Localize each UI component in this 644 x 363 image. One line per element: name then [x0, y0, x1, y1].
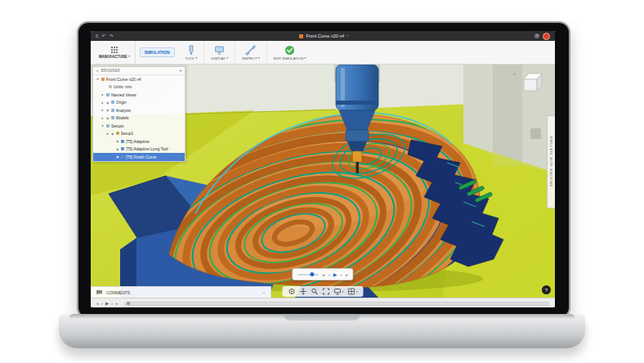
- workspace-label: MANUFACTURE: [99, 55, 127, 59]
- caret-expanded-icon[interactable]: ▾: [105, 132, 110, 136]
- tree-item-document[interactable]: ▾ Front Curve v20 v4: [93, 75, 185, 83]
- tree-item-origin[interactable]: ▸ ◉ Origin: [93, 99, 185, 107]
- user-avatar[interactable]: [543, 33, 550, 40]
- document-icon: [299, 34, 303, 38]
- browser-header[interactable]: « BROWSER ▾: [93, 67, 185, 75]
- redo-icon[interactable]: ↷: [110, 34, 114, 38]
- caret-collapsed-icon[interactable]: ▸: [101, 101, 105, 105]
- toolpath-icon: [121, 147, 124, 150]
- tree-item-named-views[interactable]: ▸ Named Views: [93, 91, 185, 99]
- navigation-bar: ▾ ▾: [282, 286, 363, 297]
- laptop-base: [59, 314, 585, 348]
- simulate-with-machine-tab[interactable]: SIMULATE WITH MACHINE: [547, 115, 555, 208]
- caret-expanded-icon[interactable]: ▾: [96, 77, 100, 81]
- caret-down-icon: ▾: [356, 290, 358, 294]
- toolbar-group-inspect[interactable]: INSPECT ▾: [235, 41, 267, 64]
- tree-item-analysis[interactable]: ▸ ◉ Analysis: [93, 106, 185, 114]
- display-settings-icon[interactable]: ▾: [333, 288, 343, 295]
- tree-item-operation-selected[interactable]: ◉ [T5] Finish Curve: [93, 153, 185, 161]
- caret-collapsed-icon[interactable]: ▸: [101, 116, 105, 120]
- skip-to-end-button[interactable]: »: [345, 272, 347, 277]
- timeline-skip-end-icon[interactable]: »: [115, 302, 118, 307]
- tree-label: [T5] Adaptive Long Tool: [126, 146, 168, 151]
- document-icon: [101, 78, 105, 81]
- orbit-icon[interactable]: [288, 288, 295, 295]
- folder-icon: [106, 124, 110, 128]
- tree-item-units[interactable]: Units: mm: [93, 83, 185, 92]
- visibility-eye-icon[interactable]: ◉: [106, 108, 110, 112]
- group-label: INSPECT: [242, 56, 257, 60]
- timeline-step-forward-icon[interactable]: ›: [111, 302, 113, 307]
- visibility-eye-icon[interactable]: ◉: [116, 147, 119, 151]
- home-view-icon[interactable]: ⌂: [512, 71, 516, 76]
- folder-icon: [106, 93, 110, 96]
- group-label: TOOL: [186, 56, 195, 60]
- tree-item-operation[interactable]: ◉ [T5] Adaptive Long Tool: [93, 146, 185, 154]
- step-forward-button[interactable]: ›: [340, 272, 342, 277]
- tree-label: Analysis: [116, 108, 132, 113]
- caret-collapsed-icon[interactable]: ▸: [101, 92, 105, 96]
- toolbar-group-tool[interactable]: TOOL ▾: [179, 41, 205, 64]
- timeline-step-back-icon[interactable]: ‹: [101, 302, 103, 307]
- ribbon-toolbar: MANUFACTURE ▾ SIMULATION TOOL ▾: [91, 41, 555, 65]
- fit-view-icon[interactable]: [322, 288, 329, 295]
- visibility-eye-icon[interactable]: ◉: [116, 139, 119, 143]
- sim-speed-slider[interactable]: [297, 274, 319, 276]
- document-title: Front Curve v20 v4: [306, 34, 344, 38]
- tree-label: Setups: [111, 123, 124, 128]
- timeline-track[interactable]: [124, 302, 549, 306]
- caret-down-icon: ▾: [347, 34, 348, 38]
- view-cube[interactable]: ⌂: [512, 69, 545, 94]
- timeline-play-icon[interactable]: ▶: [105, 302, 109, 307]
- help-glyph: ?: [545, 288, 548, 293]
- comments-bar[interactable]: COMMENTS ⌄: [91, 286, 271, 298]
- group-label: EXIT SIMULATION: [274, 56, 304, 60]
- tree-label: Named Views: [111, 92, 136, 97]
- timeline-marker[interactable]: [127, 302, 130, 305]
- play-button[interactable]: ▶: [333, 272, 338, 277]
- tree-label: [T5] Adaptive: [126, 139, 150, 144]
- tree-item-setup1[interactable]: ▾ ◉ Setup1: [93, 130, 185, 138]
- tree-label: Origin: [116, 100, 127, 105]
- workspace-grid-icon: [111, 47, 118, 53]
- right-tab-label: SIMULATE WITH MACHINE: [549, 136, 553, 187]
- zoom-icon[interactable]: [311, 288, 318, 295]
- setup-icon: [116, 132, 119, 135]
- caret-collapsed-icon[interactable]: ▸: [101, 108, 105, 112]
- caret-down-icon: ▾: [180, 69, 181, 73]
- expand-comments-icon[interactable]: ⌄: [262, 290, 266, 294]
- step-back-button[interactable]: ‹: [329, 272, 330, 277]
- help-button[interactable]: ?: [542, 285, 551, 294]
- comment-bubble-icon: [96, 289, 103, 296]
- skip-to-start-button[interactable]: «: [322, 272, 324, 277]
- laptop: ≡ ↶ ↷ Front Curve v20 v4 ▾ ?: [0, 0, 644, 363]
- grid-settings-icon[interactable]: ▾: [348, 288, 358, 295]
- tree-label: Models: [116, 115, 129, 120]
- caret-expanded-icon[interactable]: ▾: [101, 123, 105, 128]
- help-icon[interactable]: ?: [534, 34, 539, 38]
- undo-icon[interactable]: ↶: [102, 34, 106, 38]
- visibility-eye-icon[interactable]: ◉: [106, 116, 110, 120]
- monitor-icon: [214, 45, 225, 56]
- document-tab[interactable]: Front Curve v20 v4 ▾: [117, 34, 531, 38]
- workspace-switcher[interactable]: MANUFACTURE ▾: [94, 41, 136, 64]
- caret-down-icon: ▾: [304, 56, 306, 60]
- tree-item-setups[interactable]: ▾ Setups: [93, 122, 185, 130]
- tree-item-models[interactable]: ▸ ◉ Models: [93, 114, 185, 123]
- browser-header-label: BROWSER: [101, 69, 120, 73]
- visibility-eye-icon[interactable]: ◉: [106, 101, 110, 105]
- pan-icon[interactable]: [299, 288, 306, 295]
- tree-item-operation[interactable]: ◉ [T5] Adaptive: [93, 137, 185, 146]
- viewport: « BROWSER ▾ ▾ Front Curve v20 v4 Units: …: [91, 65, 555, 298]
- toolbar-group-display[interactable]: DISPLAY ▾: [204, 41, 235, 64]
- tree-label: Setup1: [121, 131, 134, 136]
- caret-down-icon: ▾: [258, 56, 260, 60]
- app-menu-icon[interactable]: ≡: [96, 34, 99, 38]
- visibility-eye-icon[interactable]: ◉: [116, 155, 119, 159]
- toolpath-icon: [121, 140, 124, 143]
- visibility-eye-icon[interactable]: ◉: [111, 132, 114, 136]
- toolbar-group-exit-simulation[interactable]: EXIT SIMULATION ▾: [267, 41, 313, 64]
- caret-down-icon: ▾: [195, 56, 197, 60]
- tab-simulation[interactable]: SIMULATION: [140, 47, 175, 57]
- timeline-skip-start-icon[interactable]: «: [96, 302, 99, 307]
